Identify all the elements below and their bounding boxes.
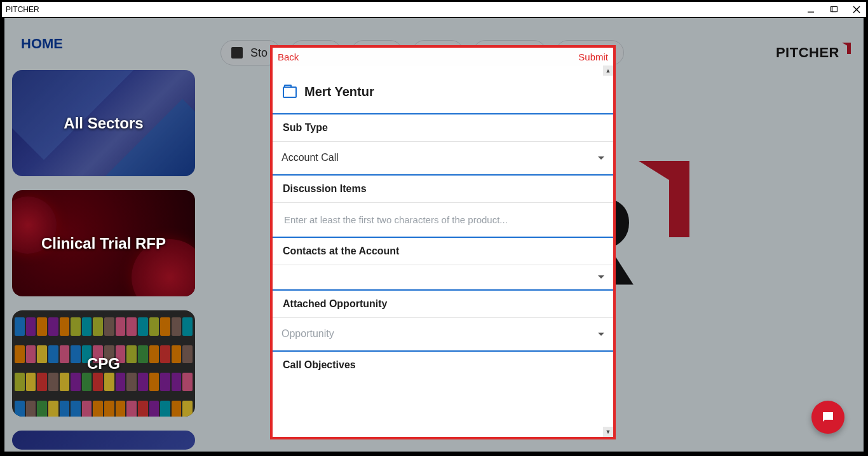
section-contacts: Contacts at the Account — [273, 237, 613, 289]
opportunity-select[interactable]: Opportunity — [273, 318, 613, 350]
contacts-select[interactable] — [273, 265, 613, 289]
window-title: PITCHER — [6, 5, 39, 14]
section-label: Sub Type — [273, 114, 613, 142]
svg-rect-2 — [832, 7, 837, 12]
modal-header: Back Submit — [273, 48, 613, 66]
discussion-items-input[interactable] — [275, 204, 611, 235]
tile-label: All Sectors — [64, 114, 143, 132]
call-form-modal: Back Submit ▲ Mert Yentur Sub Type A — [270, 45, 616, 439]
chat-icon — [820, 410, 836, 425]
chevron-down-icon — [598, 275, 604, 279]
section-opportunity: Attached Opportunity Opportunity — [273, 289, 613, 350]
opportunity-placeholder: Opportunity — [281, 328, 334, 340]
section-sub-type: Sub Type Account Call — [273, 113, 613, 174]
sub-type-value: Account Call — [281, 152, 339, 163]
minimize-button[interactable] — [805, 4, 817, 15]
form-person-header: Mert Yentur — [273, 66, 613, 113]
person-name: Mert Yentur — [304, 85, 374, 99]
folder-icon — [283, 86, 297, 98]
chevron-down-icon — [598, 156, 604, 160]
section-call-objectives: Call Objectives — [273, 350, 613, 378]
section-label: Contacts at the Account — [273, 238, 613, 265]
section-discussion-items: Discussion Items — [273, 174, 613, 237]
maximize-button[interactable] — [828, 4, 839, 15]
chevron-down-icon — [598, 333, 604, 336]
back-button[interactable]: Back — [278, 52, 299, 62]
modal-body: Mert Yentur Sub Type Account Call Discus… — [273, 66, 613, 437]
chat-fab[interactable] — [811, 401, 844, 434]
section-label: Call Objectives — [273, 352, 613, 378]
sub-type-select[interactable]: Account Call — [273, 142, 613, 174]
scroll-down-button[interactable]: ▼ — [603, 427, 613, 437]
close-button[interactable] — [851, 4, 862, 15]
section-label: Discussion Items — [273, 176, 613, 203]
window-titlebar: PITCHER — [2, 2, 866, 17]
tile-label: CPG — [87, 355, 120, 373]
scroll-up-button[interactable]: ▲ — [603, 66, 613, 76]
tile-label: Clinical Trial RFP — [41, 235, 166, 252]
submit-button[interactable]: Submit — [578, 52, 608, 62]
section-label: Attached Opportunity — [273, 291, 613, 318]
